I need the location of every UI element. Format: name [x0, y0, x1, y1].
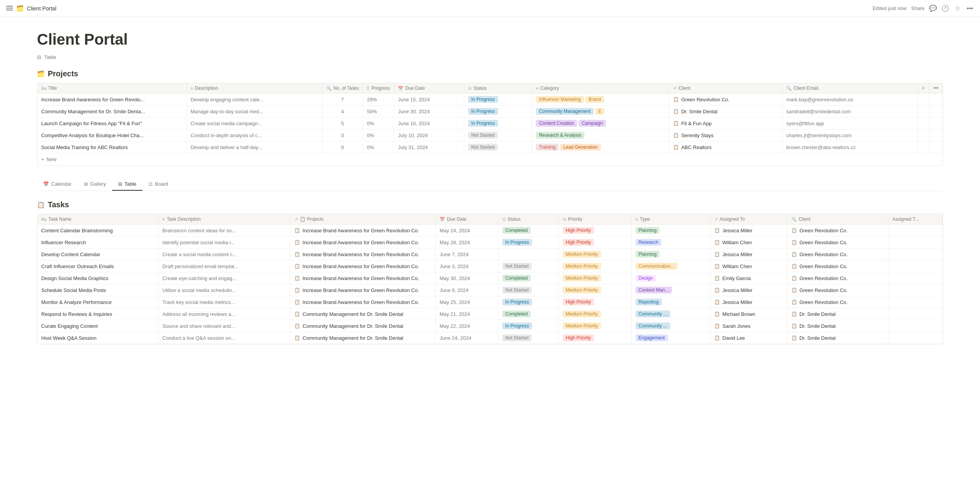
project-status: In Progress	[464, 94, 532, 106]
task-priority: High Priority	[559, 237, 631, 248]
calendar-tab-icon: 📅	[43, 181, 49, 187]
task-status: Not Started	[498, 260, 559, 272]
task-priority: Medium Priority	[559, 320, 631, 332]
task-desc: Track key social media metrics...	[158, 296, 290, 308]
task-row[interactable]: Develop Content Calendar Create a social…	[37, 248, 943, 260]
task-row[interactable]: Schedule Social Media Posts Utilize a so…	[37, 284, 943, 296]
task-priority: Medium Priority	[559, 272, 631, 284]
task-duedate: May 30, 2024	[436, 272, 498, 284]
task-row[interactable]: Influencer Research Identify potential s…	[37, 237, 943, 248]
project-row[interactable]: Increase Brand Awareness for Green Revol…	[37, 94, 943, 106]
col-header-tasks: 🔍No. of Tasks	[322, 83, 363, 94]
table-label[interactable]: ⊟ Table	[37, 54, 943, 60]
project-title: Social Media Training for ABC Realtors	[37, 141, 186, 153]
task-row[interactable]: Content Calendar Brainstorming Brainstor…	[37, 225, 943, 237]
more-icon[interactable]: •••	[966, 5, 974, 12]
project-more-col	[930, 94, 943, 106]
tab-table[interactable]: ⊟ Table	[112, 178, 143, 191]
task-priority: Medium Priority	[559, 308, 631, 320]
project-progress: 29%	[363, 94, 394, 106]
task-client: 📋Dr. Smile Dental	[787, 332, 888, 344]
task-assigned: 📋David Lee	[710, 332, 787, 344]
task-duedate: May 25, 2024	[436, 296, 498, 308]
col-header-priority: ⊙Priority	[559, 214, 631, 225]
task-project: 📋Increase Brand Awareness for Green Revo…	[290, 296, 436, 308]
col-header-add[interactable]: +	[918, 83, 930, 94]
task-client: 📋Green Revolution Co.	[787, 296, 888, 308]
task-duedate: June 7, 2024	[436, 248, 498, 260]
share-button[interactable]: Share	[911, 5, 925, 11]
task-name: Develop Content Calendar	[37, 248, 158, 260]
project-desc: Develop engaging content cale...	[186, 94, 322, 106]
task-priority: High Priority	[559, 296, 631, 308]
col-header-projects: ↗📋 Projects	[290, 214, 436, 225]
task-name: Content Calendar Brainstorming	[37, 225, 158, 237]
project-duedate: June 10, 2024	[394, 117, 464, 129]
projects-title: Projects	[48, 69, 78, 78]
task-duedate: June 24, 2024	[436, 332, 498, 344]
task-duedate: May 28, 2024	[436, 237, 498, 248]
task-desc: Create eye-catching and engag...	[158, 272, 290, 284]
task-duedate: May 21, 2024	[436, 308, 498, 320]
tab-calendar[interactable]: 📅 Calendar	[37, 178, 78, 191]
chat-icon[interactable]: 💬	[929, 5, 937, 12]
task-client: 📋Dr. Smile Dental	[787, 320, 888, 332]
tasks-table: AaTask Name ≡Task Description ↗📋 Project…	[37, 214, 943, 344]
project-progress: 50%	[363, 106, 394, 117]
project-desc: Develop and deliver a half-day...	[186, 141, 322, 153]
task-status: In Progress	[498, 320, 559, 332]
project-add-col	[918, 117, 930, 129]
tab-calendar-label: Calendar	[51, 181, 72, 187]
tab-gallery[interactable]: ⊞ Gallery	[78, 178, 112, 191]
project-categories: Training Lead Generation	[532, 141, 669, 153]
task-assigned: 📋Emily Garcia	[710, 272, 787, 284]
task-status: Completed	[498, 225, 559, 237]
projects-icon: 🗂️	[37, 70, 45, 77]
task-assigned-t	[888, 320, 943, 332]
task-row[interactable]: Host Week Q&A Session Conduct a live Q&A…	[37, 332, 943, 344]
task-row[interactable]: Craft Influencer Outreach Emails Draft p…	[37, 260, 943, 272]
task-desc: Utilize a social media schedulin...	[158, 284, 290, 296]
topbar-right: Edited just now Share 💬 🕐 ☆ •••	[873, 5, 974, 12]
board-tab-icon: ⊡	[149, 181, 153, 187]
tasks-title: Tasks	[48, 200, 69, 209]
projects-add-new[interactable]: +New	[37, 153, 943, 165]
col-header-status: ⊙Status	[464, 83, 532, 94]
project-row[interactable]: Competitive Analysis for Boutique Hotel …	[37, 129, 943, 141]
topbar: 🗂️ Client Portal Edited just now Share 💬…	[0, 0, 980, 17]
task-desc: Address all incoming reviews a...	[158, 308, 290, 320]
col-header-more[interactable]: •••	[930, 83, 943, 94]
project-desc: Create social media campaign...	[186, 117, 322, 129]
task-row[interactable]: Curate Engaging Content Source and share…	[37, 320, 943, 332]
task-row[interactable]: Design Social Media Graphics Create eye-…	[37, 272, 943, 284]
task-row[interactable]: Respond to Reviews & Inquiries Address a…	[37, 308, 943, 320]
task-project: 📋Community Management for Dr. Smile Dent…	[290, 332, 436, 344]
project-add-col	[918, 94, 930, 106]
project-tasks: 5	[322, 117, 363, 129]
projects-header: 🗂️ Projects	[37, 69, 943, 78]
tab-board[interactable]: ⊡ Board	[143, 178, 175, 191]
project-categories: Community Management E	[532, 106, 669, 117]
star-icon[interactable]: ☆	[954, 5, 962, 12]
project-categories: Content Creation Campaign	[532, 117, 669, 129]
task-type: Community ...	[631, 308, 710, 320]
project-row[interactable]: Community Management for Dr. Smile Denta…	[37, 106, 943, 117]
col-header-assigned: ↗Assigned To	[710, 214, 787, 225]
task-type: Design	[631, 272, 710, 284]
project-status: In Progress	[464, 117, 532, 129]
col-header-email: 🔍Client Email	[782, 83, 918, 94]
task-project: 📋Increase Brand Awareness for Green Revo…	[290, 284, 436, 296]
topbar-title: Client Portal	[27, 5, 56, 12]
clock-icon[interactable]: 🕐	[941, 5, 949, 12]
task-assigned: 📋William Chen	[710, 237, 787, 248]
project-row[interactable]: Launch Campaign for Fitness App "Fit & F…	[37, 117, 943, 129]
task-client: 📋Green Revolution Co.	[787, 225, 888, 237]
task-duedate: May 22, 2024	[436, 320, 498, 332]
project-email: syers@fitfun.app	[782, 117, 918, 129]
menu-button[interactable]	[6, 6, 13, 11]
project-row[interactable]: Social Media Training for ABC Realtors D…	[37, 141, 943, 153]
task-status	[498, 248, 559, 260]
task-row[interactable]: Monitor & Analyze Performance Track key …	[37, 296, 943, 308]
task-type: Communication...	[631, 260, 710, 272]
project-tasks: 7	[322, 94, 363, 106]
